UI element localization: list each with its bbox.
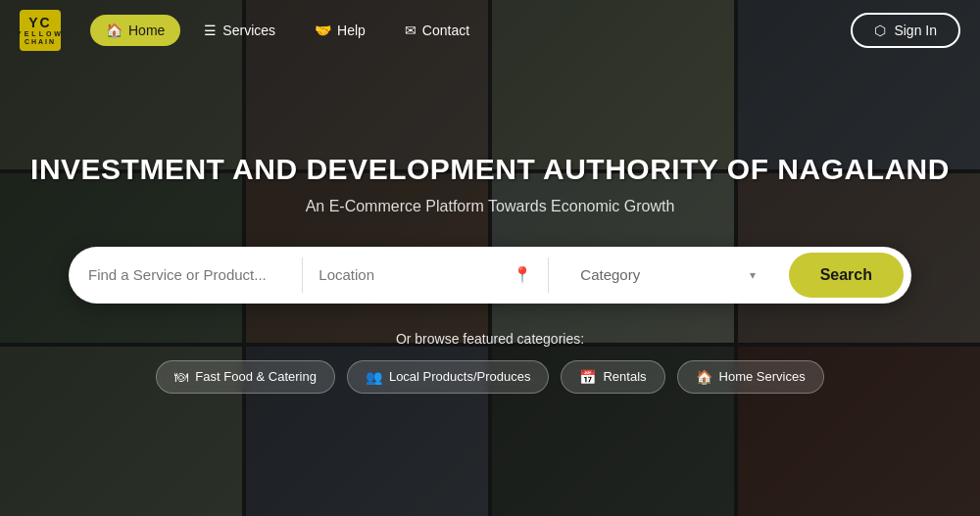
signin-button[interactable]: ⬡ Sign In xyxy=(851,13,960,48)
logo-line1: YELLOW xyxy=(17,30,64,38)
nav-home-label: Home xyxy=(128,23,165,38)
nav-help-label: Help xyxy=(337,23,366,38)
nav-services[interactable]: ☰ Services xyxy=(188,15,291,46)
chevron-down-icon: ▾ xyxy=(750,268,756,282)
main-content: INVESTMENT AND DEVELOPMENT AUTHORITY OF … xyxy=(0,0,980,516)
service-search-input[interactable] xyxy=(88,257,286,293)
rentals-icon: 📅 xyxy=(579,369,596,385)
help-icon: 🤝 xyxy=(315,23,331,38)
location-input[interactable] xyxy=(318,257,505,293)
search-bar: 📍 Category Fast Food & Catering Local Pr… xyxy=(69,247,911,304)
nav-contact[interactable]: ✉ Contact xyxy=(389,15,485,46)
nav-services-label: Services xyxy=(222,23,275,38)
hero-title: INVESTMENT AND DEVELOPMENT AUTHORITY OF … xyxy=(30,153,950,186)
category-tag-local-products-label: Local Products/Produces xyxy=(389,369,531,384)
category-tag-home-services-label: Home Services xyxy=(719,369,806,384)
category-tags: 🍽 Fast Food & Catering 👥 Local Products/… xyxy=(156,360,823,394)
contact-icon: ✉ xyxy=(405,23,416,38)
nav-home[interactable]: 🏠 Home xyxy=(90,15,180,46)
services-icon: ☰ xyxy=(204,23,217,38)
logo-initials: YC xyxy=(28,16,51,30)
home-services-icon: 🏠 xyxy=(696,369,712,385)
nav-items: 🏠 Home ☰ Services 🤝 Help ✉ Contact xyxy=(90,15,851,46)
category-tag-rentals[interactable]: 📅 Rentals xyxy=(561,360,664,394)
signin-label: Sign In xyxy=(894,23,937,38)
nav-help[interactable]: 🤝 Help xyxy=(299,15,381,46)
category-section: Category Fast Food & Catering Local Prod… xyxy=(564,257,778,293)
search-divider-2 xyxy=(548,258,549,293)
logo-box: YC YELLOW CHAIN xyxy=(20,10,61,51)
category-tag-fast-food-label: Fast Food & Catering xyxy=(195,369,317,384)
category-tag-home-services[interactable]: 🏠 Home Services xyxy=(677,360,824,394)
browse-section: Or browse featured categories: 🍽 Fast Fo… xyxy=(156,331,823,394)
category-tag-local-products[interactable]: 👥 Local Products/Produces xyxy=(347,360,550,394)
fast-food-icon: 🍽 xyxy=(174,369,188,385)
category-tag-fast-food[interactable]: 🍽 Fast Food & Catering xyxy=(156,360,335,394)
signin-icon: ⬡ xyxy=(874,23,886,38)
local-products-icon: 👥 xyxy=(366,369,382,385)
logo-line2: CHAIN xyxy=(24,38,56,46)
category-select[interactable]: Category Fast Food & Catering Local Prod… xyxy=(580,257,744,293)
hero-subtitle: An E-Commerce Platform Towards Economic … xyxy=(306,198,675,215)
home-icon: 🏠 xyxy=(106,23,122,38)
search-divider-1 xyxy=(302,258,303,293)
nav-contact-label: Contact xyxy=(422,23,469,38)
browse-label: Or browse featured categories: xyxy=(396,331,584,347)
location-section: 📍 xyxy=(318,257,532,293)
search-button[interactable]: Search xyxy=(789,253,904,298)
service-search-section xyxy=(88,257,286,293)
navbar: YC YELLOW CHAIN 🏠 Home ☰ Services 🤝 Help… xyxy=(0,0,980,61)
category-tag-rentals-label: Rentals xyxy=(603,369,646,384)
logo[interactable]: YC YELLOW CHAIN xyxy=(20,10,61,51)
location-pin-icon: 📍 xyxy=(513,265,532,284)
